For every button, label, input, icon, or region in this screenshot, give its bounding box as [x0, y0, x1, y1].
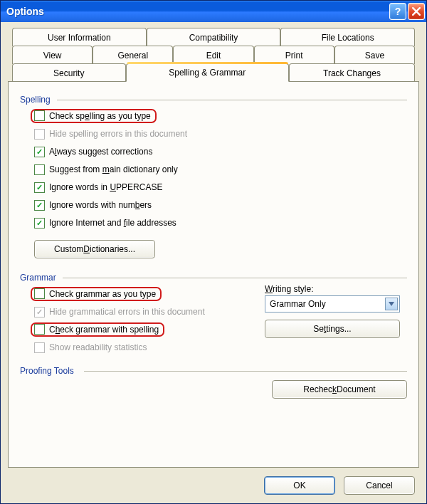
tab-row-3: Security Spelling & Grammar Track Change…: [8, 63, 419, 82]
tab-security[interactable]: Security: [12, 63, 126, 82]
check-spelling-as-type-checkbox[interactable]: [34, 110, 45, 121]
writing-style-combo[interactable]: Grammar Only: [265, 295, 400, 313]
check-spelling-as-type-row: Check spelling as you type: [34, 109, 407, 123]
tab-save[interactable]: Save: [334, 46, 415, 64]
check-grammar-as-type-checkbox[interactable]: [34, 288, 45, 299]
recheck-row: Recheck Document: [20, 380, 407, 399]
tabs-area: User Information Compatibility File Loca…: [8, 28, 419, 468]
tab-rows: User Information Compatibility File Loca…: [8, 28, 419, 82]
main-dict-only-checkbox[interactable]: [34, 164, 45, 175]
chevron-down-icon: [385, 298, 398, 310]
client-area: User Information Compatibility File Loca…: [1, 22, 426, 503]
ignore-numbers-row: Ignore words with numbers: [34, 198, 407, 212]
ignore-internet-row: Ignore Internet and file addresses: [34, 216, 407, 230]
tab-track-changes[interactable]: Track Changes: [289, 63, 415, 82]
grammar-checks: Check grammar as you type Hide grammatic…: [20, 283, 243, 357]
highlight-check-grammar: Check grammar as you type: [31, 287, 162, 301]
tab-row-1: User Information Compatibility File Loca…: [8, 28, 419, 46]
settings-button[interactable]: Settings...: [265, 320, 400, 338]
hide-grammar-errors-checkbox: [34, 307, 45, 317]
spacer: [20, 399, 407, 458]
ignore-uppercase-label: Ignore words in UPPERCASE: [49, 182, 162, 192]
custom-dictionaries-button[interactable]: Custom Dictionaries...: [34, 240, 155, 258]
tab-compatibility[interactable]: Compatibility: [147, 28, 281, 46]
always-suggest-row: Always suggest corrections: [34, 145, 407, 159]
tab-user-information[interactable]: User Information: [12, 28, 147, 46]
readability-row: Show readability statistics: [34, 340, 243, 355]
grammar-row: Check grammar as you type Hide grammatic…: [20, 283, 407, 357]
highlight-check-spelling: Check spelling as you type: [31, 109, 157, 123]
window-title: Options: [6, 6, 44, 17]
group-grammar-title: Grammar: [20, 273, 407, 283]
tab-view[interactable]: View: [12, 46, 93, 64]
grammar-right: Writing style: Grammar Only Settings...: [265, 283, 407, 338]
hide-spelling-errors-row: Hide spelling errors in this document: [34, 127, 407, 141]
ignore-uppercase-checkbox[interactable]: [34, 182, 45, 193]
help-button[interactable]: ?: [389, 3, 406, 20]
spelling-checks: Check spelling as you type Hide spelling…: [20, 105, 407, 237]
check-grammar-with-spelling-row: Check grammar with spelling: [34, 322, 243, 337]
tab-spelling-grammar[interactable]: Spelling & Grammar: [126, 63, 290, 82]
group-spelling-title: Spelling: [20, 95, 407, 105]
ignore-uppercase-row: Ignore words in UPPERCASE: [34, 180, 407, 194]
ignore-numbers-label: Ignore words with numbers: [49, 200, 152, 210]
writing-style-label: Writing style:: [265, 284, 407, 294]
hide-spelling-errors-checkbox: [34, 129, 45, 140]
main-dict-only-row: Suggest from main dictionary only: [34, 162, 407, 177]
tab-panel-spelling-grammar: Spelling Check spelling as you type Hide…: [8, 81, 419, 468]
check-grammar-as-type-row: Check grammar as you type: [34, 287, 243, 301]
options-dialog: Options ? User Information Compatibility…: [0, 0, 427, 504]
readability-label: Show readability statistics: [49, 342, 147, 352]
highlight-grammar-with-spelling: Check grammar with spelling: [31, 322, 164, 337]
writing-style-value: Grammar Only: [270, 299, 326, 309]
close-icon: [412, 7, 421, 16]
group-proofing-title: Proofing Tools: [20, 366, 407, 376]
check-spelling-as-type-label: Check spelling as you type: [49, 111, 151, 121]
titlebar: Options ?: [1, 1, 426, 22]
ignore-internet-label: Ignore Internet and file addresses: [49, 218, 176, 228]
dialog-buttons: OK Cancel: [8, 468, 419, 496]
ignore-internet-checkbox[interactable]: [34, 218, 45, 229]
ignore-numbers-checkbox[interactable]: [34, 200, 45, 211]
always-suggest-checkbox[interactable]: [34, 147, 45, 157]
ok-button[interactable]: OK: [264, 476, 335, 495]
check-grammar-with-spelling-checkbox[interactable]: [34, 324, 45, 335]
check-grammar-as-type-label: Check grammar as you type: [49, 289, 156, 299]
recheck-document-button[interactable]: Recheck Document: [272, 380, 407, 399]
hide-spelling-errors-label: Hide spelling errors in this document: [49, 129, 187, 139]
check-grammar-with-spelling-label: Check grammar with spelling: [49, 325, 159, 335]
titlebar-buttons: ?: [389, 3, 425, 20]
main-dict-only-label: Suggest from main dictionary only: [49, 164, 178, 174]
grammar-left: Check grammar as you type Hide grammatic…: [20, 283, 243, 357]
close-button[interactable]: [408, 3, 425, 20]
always-suggest-label: Always suggest corrections: [49, 147, 152, 157]
cancel-button[interactable]: Cancel: [344, 476, 415, 495]
tab-file-locations[interactable]: File Locations: [280, 28, 415, 46]
hide-grammar-errors-label: Hide grammatical errors in this document: [49, 307, 205, 317]
hide-grammar-errors-row: Hide grammatical errors in this document: [34, 305, 243, 319]
readability-checkbox: [34, 342, 45, 353]
